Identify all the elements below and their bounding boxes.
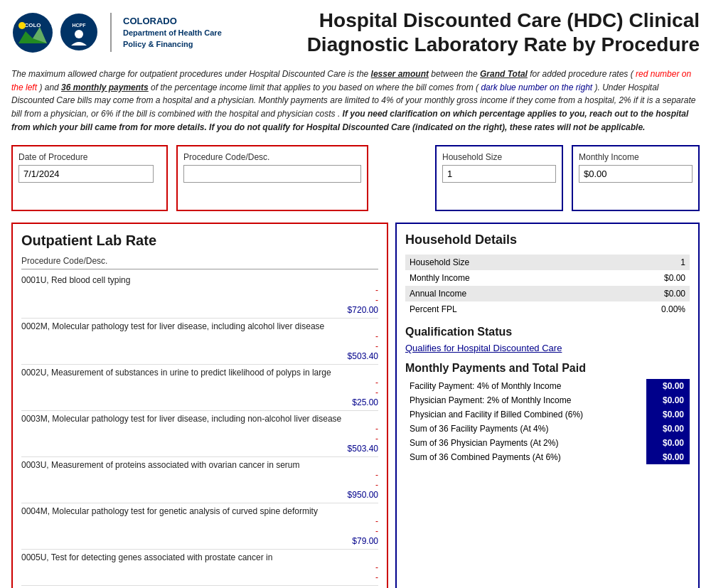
desc-text5: of the percentage income limit that appl… bbox=[151, 82, 479, 92]
payments-title: Monthly Payments and Total Paid bbox=[405, 362, 690, 375]
payment-label: Physician and Facility if Billed Combine… bbox=[405, 407, 646, 422]
date-input-group: Date of Procedure bbox=[11, 145, 168, 211]
description: The maximum allowed charge for outpatien… bbox=[0, 62, 711, 139]
detail-row: Percent FPL 0.00% bbox=[405, 301, 690, 317]
hcpf-logo: HCPF bbox=[60, 13, 99, 52]
policy-name: Policy & Financing bbox=[123, 39, 222, 50]
payment-value: $0.00 bbox=[646, 422, 690, 436]
date-input[interactable] bbox=[18, 165, 154, 183]
payment-value: $0.00 bbox=[646, 450, 690, 464]
page-title: Hospital Discounted Care (HDC) Clinical … bbox=[236, 9, 700, 56]
payment-value: $0.00 bbox=[646, 436, 690, 450]
desc-text2: between the bbox=[431, 69, 480, 79]
date-label: Date of Procedure bbox=[18, 152, 161, 162]
household-details-title: Household Details bbox=[405, 232, 690, 247]
payment-label: Facility Payment: 4% of Monthly Income bbox=[405, 379, 646, 393]
svg-point-7 bbox=[75, 30, 83, 38]
svg-text:HCPF: HCPF bbox=[72, 23, 86, 28]
desc-grand-total: Grand Total bbox=[480, 69, 528, 79]
left-panel: Outpatient Lab Rate Procedure Code/Desc.… bbox=[11, 223, 388, 588]
table-row: 0005U, Test for detecting genes associat… bbox=[21, 550, 378, 586]
logo-divider bbox=[110, 13, 112, 52]
proc-name: 0002U, Measurement of substances in urin… bbox=[21, 368, 378, 378]
payment-value: $0.00 bbox=[646, 393, 690, 407]
header: COLO HCPF COLORADO Department of Health … bbox=[0, 0, 711, 62]
payment-label: Sum of 36 Facility Payments (At 4%) bbox=[405, 422, 646, 436]
detail-value: 1 bbox=[598, 255, 690, 270]
monthly-income-input-group: Monthly Income bbox=[572, 145, 700, 211]
main-content: Outpatient Lab Rate Procedure Code/Desc.… bbox=[0, 217, 711, 588]
table-row: 0002M, Molecular pathology test for live… bbox=[21, 319, 378, 365]
monthly-income-input[interactable] bbox=[579, 165, 693, 183]
state-name: COLORADO bbox=[123, 15, 222, 28]
detail-row: Monthly Income $0.00 bbox=[405, 270, 690, 286]
payment-table: Facility Payment: 4% of Monthly Income $… bbox=[405, 379, 690, 464]
detail-label: Household Size bbox=[405, 255, 598, 270]
proc-input[interactable] bbox=[183, 165, 361, 183]
detail-table: Household Size 1 Monthly Income $0.00 An… bbox=[405, 255, 690, 317]
monthly-income-label: Monthly Income bbox=[579, 152, 693, 162]
table-row: 0003M, Molecular pathology test for live… bbox=[21, 411, 378, 457]
logo-area: COLO HCPF COLORADO Department of Health … bbox=[11, 11, 222, 54]
desc-text1: The maximum allowed charge for outpatien… bbox=[11, 69, 371, 79]
proc-input-group: Procedure Code/Desc. bbox=[176, 145, 368, 211]
payment-row: Facility Payment: 4% of Monthly Income $… bbox=[405, 379, 690, 393]
proc-name: 0002M, Molecular pathology test for live… bbox=[21, 321, 378, 331]
desc-text3: for added procedure rates ( bbox=[530, 69, 633, 79]
desc-period: . bbox=[338, 109, 343, 119]
detail-row: Household Size 1 bbox=[405, 255, 690, 270]
right-panel: Household Details Household Size 1 Month… bbox=[395, 223, 700, 588]
proc-name: 0004M, Molecular pathology test for gene… bbox=[21, 506, 378, 516]
household-label: Household Size bbox=[442, 152, 556, 162]
detail-row: Annual Income $0.00 bbox=[405, 286, 690, 301]
logo-text: COLORADO Department of Health Care Polic… bbox=[123, 15, 222, 50]
payment-value: $0.00 bbox=[646, 379, 690, 393]
proc-name: 0005U, Test for detecting genes associat… bbox=[21, 552, 378, 562]
qualifies-for-hdc-link[interactable]: Qualifies for Hospital Discounted Care bbox=[405, 343, 562, 353]
proc-label: Procedure Code/Desc. bbox=[183, 152, 361, 162]
qualification-title: Qualification Status bbox=[405, 326, 690, 338]
desc-text4: ) and bbox=[39, 82, 61, 92]
svg-point-0 bbox=[13, 13, 53, 53]
department-name: Department of Health Care bbox=[123, 28, 222, 38]
detail-value: 0.00% bbox=[598, 301, 690, 317]
table-row: 0003U, Measurement of proteins associate… bbox=[21, 457, 378, 503]
colorado-logo: COLO bbox=[11, 11, 54, 54]
proc-name: 0003M, Molecular pathology test for live… bbox=[21, 414, 378, 424]
col-header: Procedure Code/Desc. bbox=[21, 256, 107, 266]
input-row: Date of Procedure Procedure Code/Desc. H… bbox=[0, 139, 711, 217]
desc-monthly-payments: 36 monthly payments bbox=[61, 82, 149, 92]
payment-row: Sum of 36 Facility Payments (At 4%) $0.0… bbox=[405, 422, 690, 436]
payment-row: Physician Payment: 2% of Monthly Income … bbox=[405, 393, 690, 407]
detail-label: Percent FPL bbox=[405, 301, 598, 317]
desc-lesser-amount: lesser amount bbox=[371, 69, 429, 79]
payment-row: Sum of 36 Physician Payments (At 2%) $0.… bbox=[405, 436, 690, 450]
detail-label: Monthly Income bbox=[405, 270, 598, 286]
payment-label: Sum of 36 Physician Payments (At 2%) bbox=[405, 436, 646, 450]
payment-row: Sum of 36 Combined Payments (At 6%) $0.0… bbox=[405, 450, 690, 464]
payment-label: Sum of 36 Combined Payments (At 6%) bbox=[405, 450, 646, 464]
detail-value: $0.00 bbox=[598, 270, 690, 286]
proc-name: 0001U, Red blood cell typing bbox=[21, 275, 378, 285]
left-panel-title: Outpatient Lab Rate bbox=[21, 232, 378, 249]
payment-row: Physician and Facility if Billed Combine… bbox=[405, 407, 690, 422]
table-header: Procedure Code/Desc. bbox=[21, 256, 378, 269]
table-row: 0001U, Red blood cell typing - - $720.00 bbox=[21, 272, 378, 319]
desc-dark-blue: dark blue number on the right bbox=[481, 82, 592, 92]
household-input-group: Household Size bbox=[435, 145, 563, 211]
page-title-area: Hospital Discounted Care (HDC) Clinical … bbox=[222, 9, 700, 56]
svg-text:COLO: COLO bbox=[24, 22, 41, 28]
detail-value: $0.00 bbox=[598, 286, 690, 301]
table-row: 0004M, Molecular pathology test for gene… bbox=[21, 503, 378, 550]
payment-label: Physician Payment: 2% of Monthly Income bbox=[405, 393, 646, 407]
household-input[interactable] bbox=[442, 165, 556, 183]
detail-label: Annual Income bbox=[405, 286, 598, 301]
payment-value: $0.00 bbox=[646, 407, 690, 422]
proc-name: 0003U, Measurement of proteins associate… bbox=[21, 460, 378, 470]
svg-point-4 bbox=[18, 22, 26, 29]
table-row: 0002U, Measurement of substances in urin… bbox=[21, 365, 378, 411]
